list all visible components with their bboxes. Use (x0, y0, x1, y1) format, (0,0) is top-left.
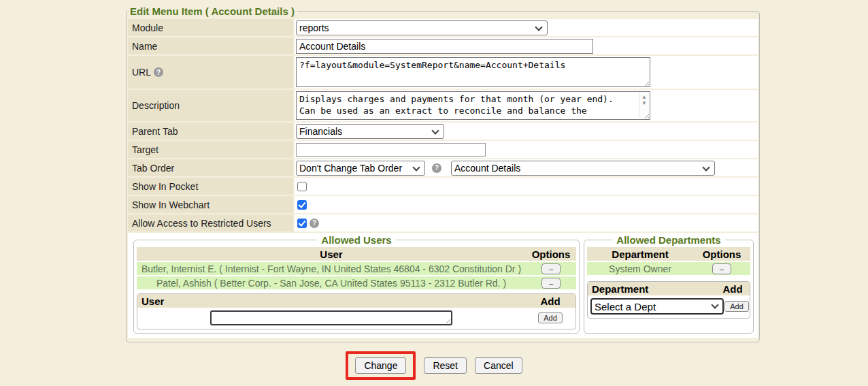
add-department-button[interactable]: Add (724, 301, 749, 312)
allowed-users-header: User Options (137, 247, 576, 261)
url-row: URL ? ?f=layout&module=SystemReport&name… (128, 56, 758, 89)
module-select-wrap: reports (296, 20, 548, 35)
cancel-button[interactable]: Cancel (475, 357, 522, 374)
remove-user-button[interactable]: – (541, 263, 561, 274)
parent-tab-select[interactable]: Financials (296, 124, 444, 139)
add-column-header: Add (716, 283, 750, 295)
reset-button[interactable]: Reset (424, 357, 467, 374)
description-textarea-box: Displays charges and payments for that m… (296, 91, 650, 120)
allowed-departments-fieldset: Allowed Departments Department Options S… (584, 234, 754, 334)
tab-order-select-wrap: Don't Change Tab Order (296, 161, 425, 176)
url-help-icon[interactable]: ? (154, 67, 163, 77)
allow-restricted-row: Allow Access to Restricted Users ? (128, 214, 758, 231)
department-select-wrap: Select a Dept (590, 298, 724, 315)
name-label: Name (128, 37, 293, 54)
target-row: Target (128, 141, 758, 158)
options-column-header: Options (693, 248, 750, 260)
module-label: Module (128, 19, 293, 36)
form-title: Edit Menu Item ( Account Details ) (129, 5, 297, 17)
url-textarea-box: ?f=layout&module=SystemReport&name=Accou… (296, 57, 650, 87)
allowed-department-row: System Owner – (587, 261, 750, 275)
remove-user-button[interactable]: – (541, 278, 561, 289)
user-name: Patel, Ashish ( Better Corp. - San Jose,… (137, 278, 526, 289)
show-in-webchart-row: Show In Webchart (128, 196, 758, 213)
options-column-header: Options (526, 248, 576, 260)
show-in-webchart-label: Show In Webchart (128, 196, 293, 213)
target-input[interactable] (296, 143, 486, 157)
tab-order-item-select-wrap: Account Details (451, 161, 715, 176)
show-in-pocket-row: Show In Pocket (128, 178, 758, 195)
description-row: Description Displays charges and payment… (128, 90, 758, 121)
allowed-users-fieldset: Allowed Users User Options Butler, Inter… (133, 234, 580, 334)
department-select[interactable]: Select a Dept (590, 298, 724, 315)
add-user-input[interactable] (210, 310, 452, 325)
allowed-user-row: Butler, Internist E. ( Internist - Fort … (137, 261, 576, 275)
tab-order-help-icon[interactable]: ? (432, 163, 441, 173)
allowed-departments-title: Allowed Departments (612, 234, 724, 246)
scroll-up-icon[interactable]: ▲ (641, 94, 647, 100)
permissions-band: Allowed Users User Options Butler, Inter… (128, 233, 758, 338)
allow-restricted-checkbox[interactable] (297, 219, 307, 228)
tab-order-label: Tab Order (128, 159, 293, 176)
module-select[interactable]: reports (296, 20, 548, 35)
allowed-users-title: Allowed Users (317, 234, 395, 246)
change-button-highlight: Change (346, 351, 416, 380)
description-textarea[interactable]: Displays charges and payments for that m… (297, 92, 639, 119)
user-column-header: User (137, 248, 526, 260)
tab-order-row: Tab Order Don't Change Tab Order ? Accou… (128, 159, 758, 176)
edit-menu-item-form: Edit Menu Item ( Account Details ) Modul… (126, 5, 760, 342)
description-label: Description (128, 90, 293, 121)
remove-department-button[interactable]: – (712, 263, 731, 274)
show-in-webchart-checkbox[interactable] (297, 200, 307, 210)
add-user-box: User Add Add (137, 293, 576, 329)
allow-restricted-label: Allow Access to Restricted Users (128, 214, 293, 231)
add-column-header: Add (525, 295, 575, 307)
parent-tab-select-wrap: Financials (296, 124, 444, 139)
user-name: Butler, Internist E. ( Internist - Fort … (137, 263, 526, 274)
allowed-user-row: Patel, Ashish ( Better Corp. - San Jose,… (137, 275, 576, 289)
name-input[interactable] (296, 39, 593, 54)
show-in-pocket-label: Show In Pocket (128, 178, 293, 195)
tab-order-select[interactable]: Don't Change Tab Order (296, 161, 425, 176)
name-row: Name (128, 37, 758, 54)
allow-restricted-help-icon[interactable]: ? (310, 219, 319, 228)
show-in-pocket-checkbox[interactable] (297, 182, 307, 191)
url-label: URL (132, 67, 151, 78)
change-button[interactable]: Change (355, 357, 406, 374)
department-name: System Owner (587, 263, 693, 274)
add-department-box: Department Add Select a Dept Add (587, 281, 750, 319)
add-user-column-header: User (137, 295, 525, 307)
allowed-departments-header: Department Options (587, 247, 750, 261)
module-row: Module reports (128, 19, 758, 36)
scroll-down-icon[interactable]: ▼ (641, 100, 647, 106)
add-user-button[interactable]: Add (538, 312, 563, 323)
parent-tab-row: Parent Tab Financials (128, 123, 758, 140)
parent-tab-label: Parent Tab (128, 123, 293, 140)
url-textarea[interactable]: ?f=layout&module=SystemReport&name=Accou… (297, 58, 650, 86)
add-department-column-header: Department (588, 283, 716, 295)
department-column-header: Department (587, 248, 693, 260)
target-label: Target (128, 141, 293, 158)
action-buttons: Change Reset Cancel (0, 351, 868, 380)
tab-order-item-select[interactable]: Account Details (451, 161, 715, 176)
